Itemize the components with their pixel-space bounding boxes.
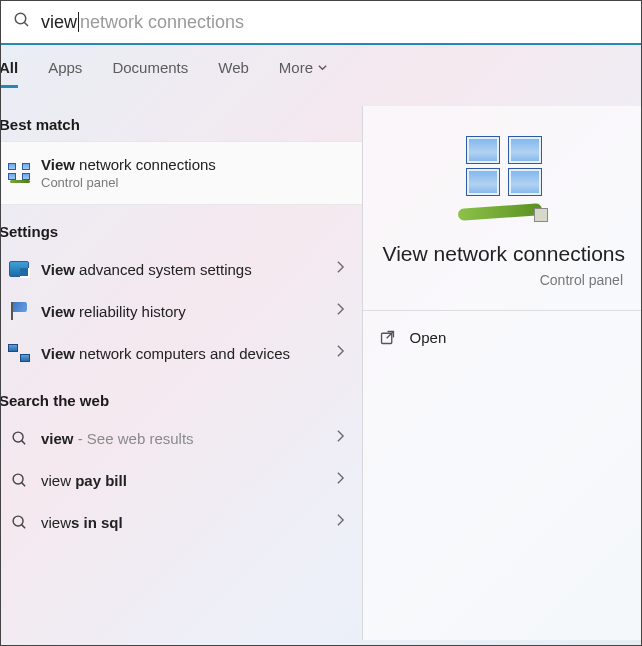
svg-point-2	[13, 432, 23, 442]
web-result-label: view pay bill	[41, 472, 336, 489]
svg-line-7	[21, 524, 25, 528]
tab-more[interactable]: More	[279, 59, 328, 76]
best-match-result[interactable]: View network connections Control panel	[1, 141, 362, 205]
web-result-label: view - See web results	[41, 430, 336, 447]
settings-result-label: View network computers and devices	[41, 345, 336, 362]
best-match-subtitle: Control panel	[41, 175, 354, 190]
svg-point-0	[15, 13, 26, 24]
chevron-down-icon	[317, 62, 328, 73]
search-autocomplete-ghost: network connections	[80, 12, 244, 33]
preview-panel: View network connections Control panel O…	[362, 106, 641, 640]
svg-point-6	[13, 516, 23, 526]
tab-documents[interactable]: Documents	[112, 59, 188, 76]
network-connections-large-icon	[460, 134, 548, 222]
network-connections-icon	[7, 162, 31, 184]
svg-line-3	[21, 440, 25, 444]
filter-tabs: All Apps Documents Web More	[0, 45, 641, 90]
chevron-right-icon	[336, 260, 354, 278]
results-column: Best match View network connections Cont…	[1, 90, 362, 640]
settings-result-reliability[interactable]: View reliability history	[1, 290, 362, 332]
network-computers-icon	[7, 342, 31, 364]
open-label: Open	[410, 329, 447, 346]
settings-result-label: View advanced system settings	[41, 261, 336, 278]
chevron-right-icon	[336, 344, 354, 362]
search-icon	[7, 427, 31, 449]
open-external-icon	[379, 329, 396, 346]
search-typed-text: view	[31, 12, 77, 33]
search-icon	[13, 11, 31, 33]
settings-result-advanced-system[interactable]: View advanced system settings	[1, 248, 362, 290]
svg-point-4	[13, 474, 23, 484]
tab-web[interactable]: Web	[218, 59, 249, 76]
section-settings: Settings	[0, 205, 362, 248]
web-result[interactable]: view pay bill	[1, 459, 362, 501]
search-icon	[7, 511, 31, 533]
tab-all[interactable]: All	[0, 59, 18, 76]
section-search-web: Search the web	[0, 374, 362, 417]
tab-more-label: More	[279, 59, 313, 76]
search-icon	[7, 469, 31, 491]
chevron-right-icon	[336, 429, 354, 447]
svg-line-5	[21, 482, 25, 486]
svg-line-9	[386, 332, 393, 339]
settings-result-label: View reliability history	[41, 303, 336, 320]
best-match-title: View network connections	[41, 156, 354, 173]
chevron-right-icon	[336, 302, 354, 320]
open-action[interactable]: Open	[363, 311, 641, 364]
svg-line-1	[24, 22, 28, 26]
flag-icon	[7, 300, 31, 322]
preview-title: View network connections	[383, 242, 625, 266]
chevron-right-icon	[336, 513, 354, 531]
settings-result-network-computers[interactable]: View network computers and devices	[1, 332, 362, 374]
preview-subtitle: Control panel	[383, 272, 625, 288]
search-bar[interactable]: view network connections	[1, 1, 641, 45]
monitor-icon	[7, 258, 31, 280]
web-result[interactable]: view - See web results	[1, 417, 362, 459]
web-result-label: views in sql	[41, 514, 336, 531]
section-best-match: Best match	[0, 90, 362, 141]
tab-apps[interactable]: Apps	[48, 59, 82, 76]
chevron-right-icon	[336, 471, 354, 489]
web-result[interactable]: views in sql	[1, 501, 362, 543]
text-caret	[78, 12, 79, 32]
